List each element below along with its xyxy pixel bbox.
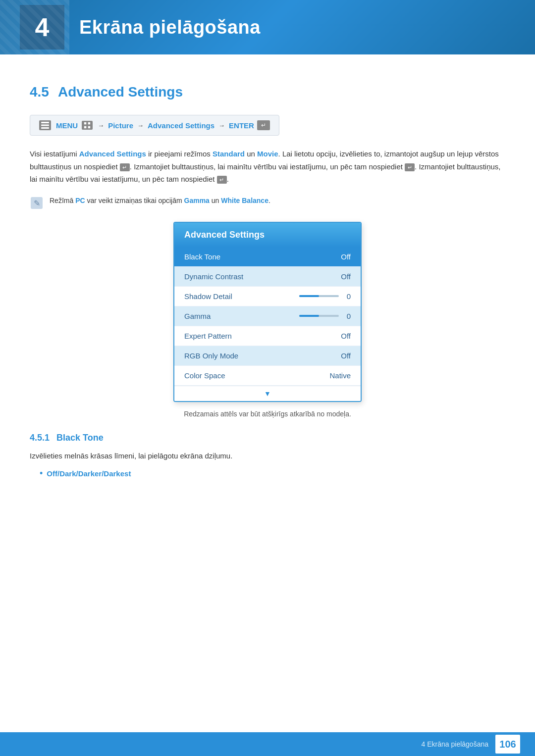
- svg-rect-5: [84, 126, 86, 128]
- svg-rect-4: [88, 122, 90, 124]
- arrow-3: →: [218, 122, 225, 129]
- subsection-number: 4.5.1: [30, 433, 50, 443]
- menu-icon: [39, 120, 51, 130]
- menu-enter: ENTER: [229, 121, 254, 130]
- highlight-gamma: Gamma: [184, 197, 210, 204]
- section-number: 4.5: [30, 84, 49, 100]
- bullet-list: Off/Dark/Darker/Darkest: [30, 469, 505, 478]
- row-value-dynamic-contrast: Off: [341, 272, 351, 281]
- row-label-rgb-only-mode: RGB Only Mode: [184, 352, 238, 360]
- menu-path-bar: MENU → Picture → Advanced Settings → ENT…: [30, 115, 279, 136]
- panel-rows: Black Tone Off Dynamic Contrast Off Shad…: [174, 247, 361, 386]
- section-title: Advanced Settings: [58, 84, 183, 100]
- shadow-slider-bar: [299, 295, 339, 297]
- row-label-dynamic-contrast: Dynamic Contrast: [184, 272, 243, 281]
- ui-screenshot-container: Advanced Settings Black Tone Off Dynamic…: [30, 222, 505, 402]
- panel-header: Advanced Settings: [174, 223, 361, 247]
- section-heading: 4.5 Advanced Settings: [30, 84, 505, 100]
- page-header: 4 Ekrāna pielāgošana: [0, 0, 535, 54]
- main-content: 4.5 Advanced Settings MENU → Picture → A…: [0, 54, 535, 748]
- shadow-slider-row: 0: [299, 292, 351, 301]
- panel-row-shadow-detail: Shadow Detail 0: [174, 287, 361, 306]
- gamma-slider-value: 0: [343, 312, 351, 320]
- list-item-options: Off/Dark/Darker/Darkest: [40, 469, 505, 478]
- menu-advanced: Advanced Settings: [148, 121, 214, 130]
- svg-rect-0: [41, 122, 49, 123]
- row-value-expert-pattern: Off: [341, 332, 351, 340]
- panel-row-color-space: Color Space Native: [174, 366, 361, 386]
- note-box: ✎ Režīmā PC var veikt izmaiņas tikai opc…: [30, 196, 505, 210]
- panel-header-text: Advanced Settings: [184, 230, 265, 240]
- footer-page-number: 106: [495, 735, 520, 754]
- down-arrow-icon: ▼: [264, 390, 271, 398]
- advanced-settings-panel: Advanced Settings Black Tone Off Dynamic…: [173, 222, 362, 402]
- highlight-movie: Movie: [257, 150, 278, 158]
- menu-picture: Picture: [108, 121, 133, 130]
- subsection-title: Black Tone: [56, 433, 104, 443]
- shadow-slider-value: 0: [343, 292, 351, 301]
- menu-label: MENU: [56, 121, 78, 130]
- chapter-number: 4: [20, 5, 64, 50]
- screenshot-caption: Redzamais attēls var būt atšķirīgs atkar…: [30, 410, 505, 418]
- highlight-pc: PC: [75, 197, 85, 204]
- svg-rect-1: [41, 125, 49, 126]
- subsection-body: Izvēlieties melnās krāsas līmeni, lai pi…: [30, 450, 505, 462]
- row-label-black-tone: Black Tone: [184, 252, 220, 261]
- enter-icon: ↵: [257, 120, 270, 130]
- highlight-standard: Standard: [213, 150, 245, 158]
- shadow-slider-fill: [299, 295, 319, 297]
- arrow-2: →: [137, 122, 144, 129]
- footer-chapter-label: 4 Ekrāna pielāgošana: [422, 740, 488, 748]
- note-icon: ✎: [30, 196, 44, 210]
- row-value-rgb-only-mode: Off: [341, 352, 351, 360]
- row-label-color-space: Color Space: [184, 371, 225, 380]
- options-highlight: Off/Dark/Darker/Darkest: [47, 469, 131, 478]
- panel-row-black-tone: Black Tone Off: [174, 247, 361, 267]
- arrow-1: →: [98, 122, 104, 129]
- chapter-title: Ekrāna pielāgošana: [79, 17, 261, 38]
- svg-rect-6: [88, 126, 90, 128]
- body-paragraph: Visi iestatījumi Advanced Settings ir pi…: [30, 148, 505, 186]
- gamma-slider-row: 0: [299, 312, 351, 320]
- highlight-white-balance: White Balance: [221, 197, 268, 204]
- row-label-gamma: Gamma: [184, 312, 211, 320]
- gamma-slider-fill: [299, 315, 319, 317]
- panel-row-expert-pattern: Expert Pattern Off: [174, 326, 361, 346]
- panel-footer: ▼: [174, 386, 361, 401]
- subsection-451-heading: 4.5.1 Black Tone: [30, 433, 505, 443]
- panel-row-dynamic-contrast: Dynamic Contrast Off: [174, 267, 361, 287]
- gamma-slider-bar: [299, 315, 339, 317]
- svg-text:✎: ✎: [34, 199, 40, 207]
- svg-rect-2: [41, 127, 49, 129]
- page-footer: 4 Ekrāna pielāgošana 106: [0, 732, 535, 756]
- panel-row-gamma: Gamma 0: [174, 306, 361, 326]
- row-value-black-tone: Off: [341, 252, 351, 261]
- note-text: Režīmā PC var veikt izmaiņas tikai opcij…: [50, 196, 270, 206]
- row-value-color-space: Native: [329, 371, 351, 380]
- panel-row-rgb-only-mode: RGB Only Mode Off: [174, 346, 361, 366]
- row-label-shadow-detail: Shadow Detail: [184, 292, 232, 301]
- highlight-advanced-settings: Advanced Settings: [79, 150, 146, 158]
- svg-rect-3: [84, 122, 86, 124]
- row-label-expert-pattern: Expert Pattern: [184, 332, 232, 340]
